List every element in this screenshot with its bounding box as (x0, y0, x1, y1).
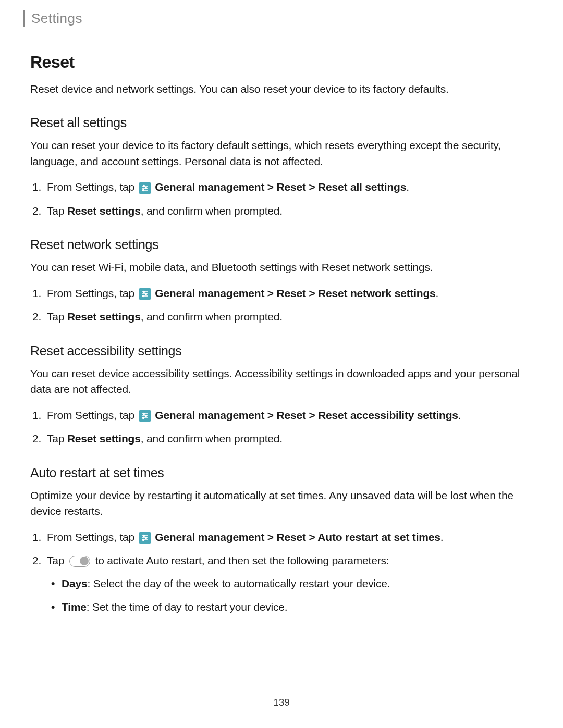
step-item: Tap Reset settings, and confirm when pro… (47, 203, 532, 219)
steps-auto-restart: From Settings, tap General management > … (30, 529, 532, 615)
steps-reset-network: From Settings, tap General management > … (30, 285, 532, 325)
step-suffix: , and confirm when prompted. (141, 311, 283, 323)
svg-point-23 (142, 539, 144, 540)
sub-bullets: Days: Select the day of the week to auto… (47, 575, 532, 615)
step-bold: Reset settings (67, 433, 141, 445)
breadcrumb: Settings (23, 10, 532, 27)
step-text: From Settings, tap (47, 287, 138, 299)
svg-point-19 (143, 535, 144, 536)
svg-point-9 (145, 293, 146, 295)
section-title-reset-all: Reset all settings (30, 115, 532, 130)
bullet-text: : Select the day of the week to automati… (87, 577, 390, 589)
step-path: General management > Reset > Reset acces… (155, 409, 458, 421)
section-title-reset-accessibility: Reset accessibility settings (30, 343, 532, 359)
step-text: Tap (47, 205, 67, 217)
step-item: From Settings, tap General management > … (47, 179, 532, 195)
step-path: General management > Reset > Auto restar… (155, 531, 440, 543)
step-item: Tap Reset settings, and confirm when pro… (47, 309, 532, 325)
bullet-text: : Set the time of day to restart your de… (87, 601, 288, 613)
step-item: Tap Reset settings, and confirm when pro… (47, 430, 532, 447)
step-text: Tap (47, 433, 67, 445)
section-desc-auto-restart: Optimize your device by restarting it au… (30, 488, 532, 520)
step-suffix: . (406, 181, 409, 193)
step-bold: Reset settings (67, 205, 141, 217)
step-suffix: , and confirm when prompted. (141, 433, 283, 445)
step-suffix: . (458, 409, 461, 421)
section-title-auto-restart: Auto restart at set times (30, 465, 532, 480)
toggle-icon (69, 556, 90, 567)
svg-point-3 (145, 187, 146, 189)
bullet-item: Days: Select the day of the week to auto… (62, 575, 532, 592)
sliders-icon (139, 182, 151, 194)
step-item: From Settings, tap General management > … (47, 407, 532, 424)
step-suffix: , and confirm when prompted. (141, 205, 283, 217)
step-item: From Settings, tap General management > … (47, 285, 532, 302)
bullet-label: Time (62, 601, 87, 613)
svg-point-1 (143, 185, 144, 187)
intro-text: Reset device and network settings. You c… (30, 81, 532, 97)
step-text: From Settings, tap (47, 531, 138, 543)
bullet-label: Days (62, 577, 87, 589)
svg-point-17 (142, 417, 144, 419)
steps-reset-accessibility: From Settings, tap General management > … (30, 407, 532, 447)
section-desc-reset-all: You can reset your device to its factory… (30, 138, 532, 169)
step-text: Tap (47, 554, 67, 566)
svg-point-7 (143, 291, 144, 293)
section-title-reset-network: Reset network settings (30, 237, 532, 252)
section-desc-reset-accessibility: You can reset device accessibility setti… (30, 366, 532, 398)
step-suffix: . (440, 531, 444, 543)
sliders-icon (139, 410, 151, 422)
step-text: From Settings, tap (47, 409, 138, 421)
page-title: Reset (30, 53, 532, 72)
svg-point-13 (143, 413, 144, 415)
svg-point-15 (145, 415, 146, 417)
step-path: General management > Reset > Reset netwo… (155, 287, 435, 299)
step-text: From Settings, tap (47, 181, 138, 193)
sliders-icon (139, 532, 151, 544)
sliders-icon (139, 288, 151, 300)
step-text: Tap (47, 311, 67, 323)
steps-reset-all: From Settings, tap General management > … (30, 179, 532, 219)
bullet-item: Time: Set the time of day to restart you… (62, 599, 532, 615)
svg-point-11 (142, 295, 144, 297)
step-suffix: . (436, 287, 439, 299)
section-desc-reset-network: You can reset Wi-Fi, mobile data, and Bl… (30, 260, 532, 275)
svg-point-5 (142, 189, 144, 191)
step-item: Tap to activate Auto restart, and then s… (47, 552, 532, 615)
svg-point-21 (145, 537, 146, 538)
step-path: General management > Reset > Reset all s… (155, 181, 406, 193)
step-bold: Reset settings (67, 311, 141, 323)
step-item: From Settings, tap General management > … (47, 529, 532, 546)
page-number: 139 (0, 697, 563, 708)
step-suffix: to activate Auto restart, and then set t… (92, 554, 389, 566)
